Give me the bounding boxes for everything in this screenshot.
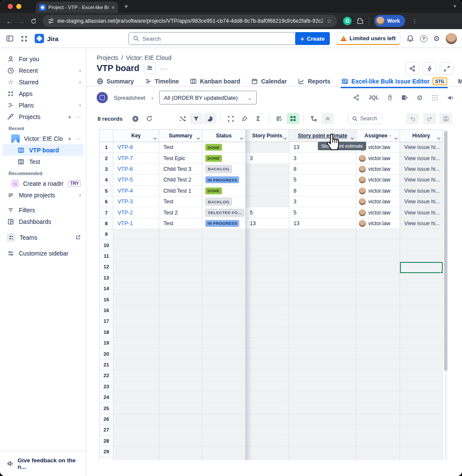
add-project-icon[interactable]: + bbox=[68, 113, 71, 120]
redo-button[interactable] bbox=[423, 113, 436, 124]
user-avatar[interactable] bbox=[446, 33, 457, 44]
empty-cell[interactable] bbox=[202, 262, 246, 272]
jira-logo[interactable]: Jira bbox=[35, 34, 59, 43]
empty-cell[interactable] bbox=[159, 273, 202, 283]
row-number[interactable]: 2 bbox=[100, 153, 113, 164]
empty-cell[interactable] bbox=[289, 240, 356, 251]
browser-menu-icon[interactable]: ⋮ bbox=[412, 18, 418, 24]
empty-cell[interactable] bbox=[113, 251, 159, 262]
empty-cell[interactable] bbox=[113, 348, 159, 359]
cell-assignee[interactable]: victor.law bbox=[356, 175, 400, 185]
global-search-input[interactable]: Search bbox=[128, 32, 299, 45]
row-number[interactable]: 5 bbox=[100, 186, 113, 196]
empty-cell[interactable] bbox=[246, 446, 289, 457]
new-tab-button[interactable]: + bbox=[124, 2, 128, 11]
browser-profile-chip[interactable]: Work bbox=[374, 15, 405, 27]
site-settings-icon[interactable] bbox=[48, 18, 54, 24]
empty-cell[interactable] bbox=[202, 240, 246, 251]
empty-cell[interactable] bbox=[246, 370, 289, 381]
hierarchy-button[interactable] bbox=[308, 113, 320, 124]
settings-gear-icon[interactable]: ⚙ bbox=[433, 34, 440, 43]
empty-cell[interactable] bbox=[113, 262, 159, 272]
feedback-button[interactable]: Give feedback on the n... bbox=[0, 451, 86, 476]
cell-story-points[interactable] bbox=[246, 186, 289, 196]
row-number[interactable]: 30 bbox=[100, 457, 113, 460]
empty-cell[interactable] bbox=[289, 273, 356, 283]
cell-history[interactable]: View issue hi... bbox=[400, 142, 443, 153]
empty-cell[interactable] bbox=[113, 294, 159, 305]
browser-tab[interactable]: Project - VTP - Excel-like Bul × bbox=[36, 2, 118, 13]
cell-key[interactable]: VTP-1 bbox=[113, 218, 159, 229]
back-icon[interactable]: ← bbox=[3, 18, 15, 25]
row-number[interactable]: 22 bbox=[100, 370, 113, 381]
row-number[interactable]: 3 bbox=[100, 164, 113, 175]
empty-cell[interactable] bbox=[356, 414, 400, 425]
empty-cell[interactable] bbox=[113, 414, 159, 425]
empty-cell[interactable] bbox=[113, 240, 159, 251]
zoom-window-button[interactable] bbox=[25, 4, 30, 9]
row-number[interactable]: 25 bbox=[100, 403, 113, 414]
row-number[interactable]: 29 bbox=[100, 446, 113, 457]
row-number[interactable]: 6 bbox=[100, 196, 113, 207]
empty-cell[interactable] bbox=[356, 327, 400, 338]
cell-summary[interactable]: Child Test 2 bbox=[159, 175, 202, 185]
empty-cell[interactable] bbox=[289, 436, 356, 446]
row-number[interactable]: 9 bbox=[100, 229, 113, 240]
empty-cell[interactable] bbox=[246, 316, 289, 327]
empty-cell[interactable] bbox=[246, 381, 289, 392]
empty-cell[interactable] bbox=[289, 414, 356, 425]
empty-cell[interactable] bbox=[159, 403, 202, 414]
empty-cell[interactable] bbox=[400, 273, 443, 283]
tab-reports[interactable]: Reports bbox=[298, 78, 330, 85]
cell-assignee[interactable]: victor.law bbox=[356, 196, 400, 207]
sidebar-item-plans[interactable]: Plans › bbox=[0, 99, 86, 111]
cell-assignee[interactable]: victor.law bbox=[356, 207, 400, 218]
empty-cell[interactable] bbox=[159, 251, 202, 262]
empty-cell[interactable] bbox=[289, 294, 356, 305]
cell-story-point-estimate[interactable]: 5 bbox=[289, 175, 356, 185]
empty-cell[interactable] bbox=[113, 327, 159, 338]
limited-users-button[interactable]: Limited users left bbox=[336, 32, 400, 45]
row-number[interactable]: 13 bbox=[100, 273, 113, 283]
help-circle-icon[interactable]: ? bbox=[388, 94, 392, 101]
row-number[interactable]: 28 bbox=[100, 436, 113, 446]
cell-story-point-estimate[interactable]: 13 bbox=[289, 218, 356, 229]
cell-story-point-estimate[interactable]: 8 bbox=[289, 164, 356, 175]
empty-cell[interactable] bbox=[113, 370, 159, 381]
url-text[interactable]: eie-staging.atlassian.net/jira/software/… bbox=[57, 18, 323, 24]
empty-cell[interactable] bbox=[356, 262, 400, 272]
empty-cell[interactable] bbox=[159, 283, 202, 294]
empty-cell[interactable] bbox=[246, 294, 289, 305]
format-painter-button[interactable] bbox=[238, 113, 251, 124]
column-header-story-points[interactable]: Story Points bbox=[246, 130, 289, 142]
empty-cell[interactable] bbox=[400, 446, 443, 457]
empty-cell[interactable] bbox=[159, 392, 202, 403]
share-button[interactable] bbox=[406, 62, 419, 75]
row-number[interactable]: 7 bbox=[100, 207, 113, 218]
empty-cell[interactable] bbox=[356, 229, 400, 240]
tab-summary[interactable]: Summary bbox=[97, 78, 134, 85]
forward-icon[interactable]: → bbox=[15, 18, 27, 25]
undo-button[interactable] bbox=[406, 113, 419, 124]
row-number[interactable]: 17 bbox=[100, 316, 113, 327]
empty-cell[interactable] bbox=[246, 392, 289, 403]
sidebar-item-teams[interactable]: Teams bbox=[0, 232, 86, 243]
table-search-input[interactable]: Search bbox=[348, 113, 382, 124]
empty-cell[interactable] bbox=[356, 370, 400, 381]
jql-button[interactable]: JQL bbox=[369, 95, 379, 101]
view-select[interactable]: All (ORDER BY updatedDate) ⌄ bbox=[159, 91, 257, 104]
add-record-button[interactable] bbox=[129, 113, 142, 124]
sidebar-board-vtp[interactable]: VTP board bbox=[3, 144, 83, 156]
empty-cell[interactable] bbox=[400, 381, 443, 392]
fullscreen-button[interactable] bbox=[440, 62, 453, 75]
empty-cell[interactable] bbox=[202, 327, 246, 338]
column-settings-button[interactable] bbox=[273, 113, 286, 124]
empty-cell[interactable] bbox=[400, 457, 443, 460]
column-header-story-point-estimate[interactable]: Story point estimate bbox=[289, 130, 356, 142]
cell-story-points[interactable]: 5 bbox=[246, 207, 289, 218]
cell-key[interactable]: VTP-5 bbox=[113, 175, 159, 185]
empty-cell[interactable] bbox=[400, 240, 443, 251]
empty-cell[interactable] bbox=[400, 229, 443, 240]
cell-story-point-estimate[interactable]: 3 bbox=[289, 153, 356, 164]
breadcrumb-projects[interactable]: Projects bbox=[97, 54, 118, 61]
